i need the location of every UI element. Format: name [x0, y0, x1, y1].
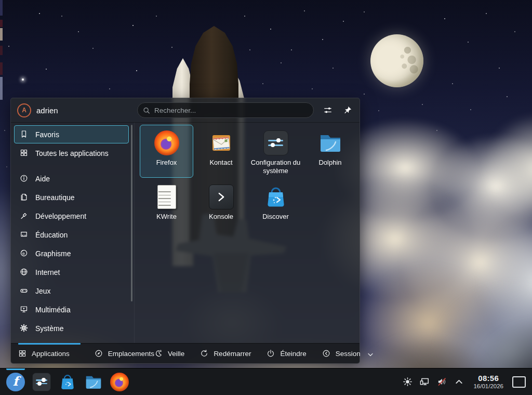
taskbar-discover[interactable] [56, 371, 79, 393]
restart-button[interactable]: Redémarrer [200, 349, 251, 358]
chevron-down-icon [366, 350, 373, 357]
launcher-body: Favoris Toutes les applications Aide Bur… [11, 123, 360, 343]
display-layout-icon[interactable] [418, 375, 431, 389]
pin-icon[interactable] [342, 104, 353, 116]
sidebar-item-internet[interactable]: Internet [14, 263, 129, 281]
launcher-sidebar: Favoris Toutes les applications Aide Bur… [11, 123, 135, 343]
screen-edge-artifact [0, 0, 3, 16]
search-field[interactable] [137, 102, 314, 118]
sidebar-item-label: Favoris [35, 130, 59, 139]
firefox-icon [154, 130, 179, 155]
clock-date: 16/01/2026 [473, 383, 503, 390]
avatar-letter: A [22, 107, 26, 114]
app-kwrite[interactable]: KWrite [140, 179, 193, 232]
konsole-icon [209, 185, 234, 209]
app-dolphin[interactable]: Dolphin [303, 125, 357, 178]
hammer-icon [20, 212, 29, 220]
sidebar-item-systeme[interactable]: Système [14, 319, 129, 337]
sidebar-item-label: Développement [35, 212, 86, 220]
screen-icon [20, 230, 29, 239]
taskbar-dolphin[interactable] [82, 371, 105, 393]
sidebar-item-toutes-les-applications[interactable]: Toutes les applications [14, 144, 129, 162]
configure-icon[interactable] [322, 104, 334, 116]
sidebar-item-label: Graphisme [35, 249, 71, 258]
shutdown-button[interactable]: Éteindre [267, 349, 306, 358]
dolphin-icon [84, 373, 103, 391]
multimedia-icon [20, 305, 29, 314]
sidebar-item-multimedia[interactable]: Multimédia [14, 300, 129, 319]
app-label: KWrite [156, 213, 177, 221]
sidebar-item-aide[interactable]: Aide [14, 169, 129, 188]
document-icon [20, 193, 29, 202]
sidebar-item-graphisme[interactable]: Graphisme [14, 244, 129, 262]
taskbar-system-settings[interactable] [30, 371, 53, 393]
sidebar-separator [11, 163, 134, 169]
app-label: Configuration du système [250, 159, 301, 175]
sidebar-item-developpement[interactable]: Développement [14, 207, 129, 225]
gamepad-icon [20, 286, 29, 295]
brightness-icon[interactable] [401, 375, 414, 389]
sidebar-scrollbar[interactable] [131, 125, 132, 301]
app-konsole[interactable]: Konsole [194, 179, 248, 232]
session-button[interactable]: Session [322, 349, 373, 358]
kontact-icon [209, 130, 234, 155]
kwrite-icon [154, 185, 179, 209]
tab-emplacements[interactable]: Emplacements [95, 349, 154, 358]
avatar[interactable]: A [17, 103, 31, 117]
taskbar: f [0, 368, 532, 395]
launcher-header: A adrien [11, 98, 360, 123]
app-label: Dolphin [318, 159, 341, 167]
session-icon [322, 349, 331, 358]
bookmark-icon [20, 130, 29, 139]
screen-edge-artifact [0, 77, 3, 100]
gear-icon [20, 324, 29, 333]
taskbar-firefox[interactable] [108, 371, 131, 393]
volume-muted-icon[interactable] [435, 375, 448, 389]
screen-edge-artifact [0, 28, 3, 41]
compass-icon [95, 349, 103, 358]
search-input[interactable] [154, 107, 308, 114]
app-label: Discover [262, 213, 289, 221]
tab-label: Emplacements [108, 350, 154, 358]
app-label: Firefox [156, 159, 177, 167]
app-firefox[interactable]: Firefox [140, 125, 193, 178]
sidebar-item-jeux[interactable]: Jeux [14, 282, 129, 300]
tab-applications[interactable]: Applications [18, 349, 70, 358]
launcher-footer: Applications Emplacements Veille Redémar… [11, 343, 360, 363]
sidebar-item-bureautique[interactable]: Bureautique [14, 188, 129, 206]
system-settings-icon [263, 130, 288, 155]
globe-icon [20, 268, 29, 276]
sidebar-item-label: Jeux [35, 287, 51, 295]
system-tray: 08:56 16/01/2026 [401, 374, 528, 389]
sidebar-item-label: Internet [35, 268, 60, 276]
power-label: Redémarrer [214, 350, 251, 358]
expand-tray-icon[interactable] [452, 375, 466, 389]
power-icon [267, 349, 275, 358]
tab-label: Applications [32, 350, 70, 358]
grid-icon [20, 149, 29, 157]
sidebar-item-label: Toutes les applications [35, 149, 109, 157]
show-desktop-button[interactable] [512, 376, 526, 388]
digital-clock[interactable]: 08:56 16/01/2026 [473, 374, 503, 389]
grid-icon [18, 349, 27, 358]
sidebar-item-utilitaires[interactable]: Utilitaires [14, 338, 129, 343]
favorites-grid: Firefox Kontact [135, 123, 360, 343]
power-actions: Veille Redémarrer Éteindre Session [154, 349, 373, 358]
info-icon [20, 174, 29, 183]
screen-edge-artifact [0, 46, 3, 55]
app-kontact[interactable]: Kontact [194, 125, 248, 178]
power-label: Session [336, 350, 361, 358]
moon [370, 34, 423, 87]
restart-icon [200, 349, 209, 358]
app-configuration-du-systeme[interactable]: Configuration du système [249, 125, 302, 178]
sleep-button[interactable]: Veille [154, 349, 184, 358]
application-launcher-menu: A adrien Favoris [10, 98, 360, 364]
sidebar-item-education[interactable]: Éducation [14, 226, 129, 244]
app-label: Konsole [209, 213, 233, 221]
discover-icon [58, 373, 77, 391]
sidebar-item-favoris[interactable]: Favoris [14, 125, 129, 143]
user-name: adrien [36, 106, 58, 115]
app-discover[interactable]: Discover [249, 179, 302, 232]
sidebar-item-label: Système [35, 324, 63, 333]
application-launcher-button[interactable]: f [4, 371, 27, 393]
